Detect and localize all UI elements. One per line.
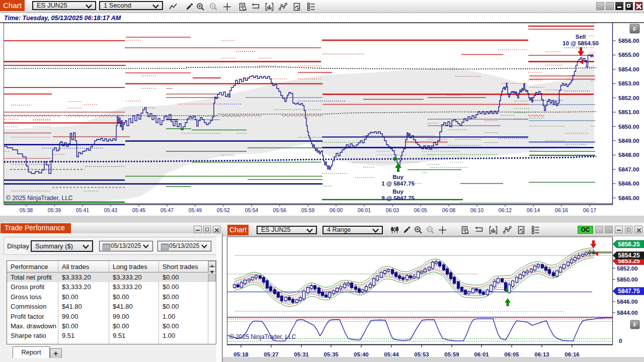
svg-text:05:59: 05:59 — [301, 207, 314, 213]
svg-text:5846.00: 5846.00 — [617, 299, 638, 305]
svg-text:05:38: 05:38 — [20, 207, 33, 213]
svg-text:06:14: 06:14 — [527, 207, 540, 213]
svg-text:06:03: 06:03 — [386, 207, 399, 213]
svg-text:5854.00: 5854.00 — [618, 66, 639, 72]
svg-text:05:43: 05:43 — [104, 207, 117, 213]
svg-text:5844.00: 5844.00 — [617, 310, 638, 316]
svg-text:5848.00: 5848.00 — [618, 152, 639, 158]
svg-text:5845.00: 5845.00 — [618, 195, 639, 201]
svg-text:Buy: Buy — [392, 174, 404, 180]
svg-text:5856.25: 5856.25 — [618, 241, 640, 248]
svg-text:F: F — [633, 26, 636, 32]
svg-text:06:10: 06:10 — [470, 207, 484, 213]
svg-text:1 @ 5847.75: 1 @ 5847.75 — [381, 180, 415, 187]
svg-text:5847.00: 5847.00 — [618, 166, 639, 172]
svg-text:06:00: 06:00 — [330, 207, 343, 213]
svg-text:06:17: 06:17 — [583, 207, 596, 213]
svg-text:05:47: 05:47 — [160, 207, 174, 213]
svg-text:06:05: 06:05 — [414, 207, 427, 213]
svg-text:5855.00: 5855.00 — [618, 52, 639, 58]
svg-text:5849.00: 5849.00 — [618, 138, 639, 144]
svg-text:5854.25: 5854.25 — [618, 252, 640, 259]
svg-text:05:39: 05:39 — [48, 207, 61, 213]
svg-text:10 @ 5854.50: 10 @ 5854.50 — [562, 40, 599, 46]
svg-text:Buy: Buy — [392, 189, 404, 195]
svg-text:05:54: 05:54 — [245, 207, 258, 213]
svg-text:05:52: 05:52 — [217, 207, 230, 213]
svg-text:F: F — [633, 322, 637, 328]
svg-text:5853.00: 5853.00 — [618, 80, 639, 86]
svg-text:06:01: 06:01 — [358, 207, 371, 213]
svg-text:5846.00: 5846.00 — [618, 180, 639, 187]
svg-text:05:49: 05:49 — [189, 207, 202, 213]
svg-text:06:12: 06:12 — [499, 207, 512, 213]
svg-text:Sell: Sell — [576, 34, 586, 40]
svg-text:© 2025 NinjaTrader, LLC: © 2025 NinjaTrader, LLC — [229, 333, 296, 340]
svg-text:© 2025 NinjaTrader, LLC: © 2025 NinjaTrader, LLC — [6, 195, 73, 202]
svg-text:5852.00: 5852.00 — [617, 265, 638, 272]
svg-text:0: 0 — [619, 338, 622, 344]
svg-text:5847.75: 5847.75 — [618, 288, 640, 295]
svg-text:05:45: 05:45 — [132, 207, 145, 213]
svg-text:5856.00: 5856.00 — [618, 38, 639, 44]
svg-text:5851.00: 5851.00 — [618, 109, 639, 115]
svg-text:05:56: 05:56 — [273, 207, 286, 213]
svg-text:9 @ 5847.75: 9 @ 5847.75 — [381, 195, 415, 201]
svg-text:06:08: 06:08 — [442, 207, 455, 213]
svg-text:5850.00: 5850.00 — [617, 277, 638, 283]
svg-text:06:16: 06:16 — [555, 207, 568, 213]
svg-text:5850.00: 5850.00 — [618, 124, 639, 130]
svg-text:05:41: 05:41 — [76, 207, 89, 213]
svg-text:5852.00: 5852.00 — [618, 95, 639, 101]
